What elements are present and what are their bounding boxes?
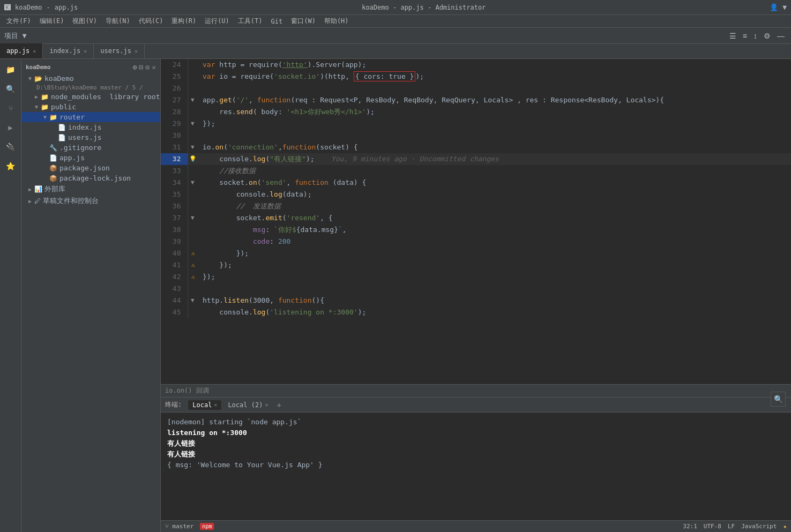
table-row: 30 xyxy=(161,130,791,141)
sidebar-icon-search[interactable]: 🔍 xyxy=(4,83,17,95)
line-28: res.send( body: '<h1>你好web秀</h1>'); xyxy=(198,106,791,118)
terminal-tab-local2-close[interactable]: ✕ xyxy=(265,402,268,408)
tree-label-scratch: 草稿文件和控制台 xyxy=(43,196,99,206)
tree-item-package-lock-json[interactable]: 📦 package-lock.json xyxy=(21,173,160,183)
terminal-line-2: listening on *:3000 xyxy=(167,428,785,438)
title-bar: 🅺 koaDemo - app.js koaDemo - app.js - Ad… xyxy=(0,0,791,15)
line-24: var http = require('http').Server(app); xyxy=(198,59,791,71)
tab-usersjs-close[interactable]: ✕ xyxy=(135,48,138,54)
line-34: socket.on('send', function (data) { xyxy=(198,177,791,189)
table-row: 45 console.log('listening on *:3000'); xyxy=(161,306,791,318)
gutter-39 xyxy=(188,236,198,248)
tree-label-gitignore: .gitignore xyxy=(59,144,101,152)
menu-window[interactable]: 窗口(W) xyxy=(287,16,320,27)
tab-indexjs-close[interactable]: ✕ xyxy=(84,48,87,54)
tree-item-router[interactable]: ▼ 📁 router xyxy=(21,112,160,122)
toolbar-settings-btn[interactable]: ⚙ xyxy=(762,31,773,41)
toolbar-minimize-btn[interactable]: — xyxy=(775,31,787,41)
window-title: koaDemo - app.js - Administrator xyxy=(362,4,486,11)
tab-bar: app.js ✕ index.js ✕ users.js ✕ xyxy=(0,44,791,59)
tree-item-scratch[interactable]: ▶ 🖊 草稿文件和控制台 xyxy=(21,195,160,207)
project-label[interactable]: 项目 ▼ xyxy=(4,31,27,41)
tree-icon-4[interactable]: ✕ xyxy=(152,63,156,71)
terminal-line-3: 有人链接 xyxy=(167,438,785,449)
menu-git[interactable]: Git xyxy=(267,17,287,26)
table-row: 28 res.send( body: '<h1>你好web秀</h1>'); xyxy=(161,106,791,118)
tree-item-users-js[interactable]: 📄 users.js xyxy=(21,132,160,143)
table-row: 27 ▼ app.get('/', function(req : Request… xyxy=(161,94,791,106)
main-area: 📁 🔍 ⑂ ▶ 🔌 ⭐ koaDemo ⊕ ⊟ ⚙ ✕ ▼ 📂 koaDemo … xyxy=(0,59,791,532)
sidebar-icon-plugins[interactable]: 🔌 xyxy=(4,140,17,153)
toolbar-layout-btn[interactable]: ☰ xyxy=(727,31,738,41)
tab-appjs-label: app.js xyxy=(6,47,29,55)
title-separator: - xyxy=(47,4,50,11)
tab-appjs-close[interactable]: ✕ xyxy=(33,48,36,54)
gutter-45 xyxy=(188,306,198,318)
table-row: 26 xyxy=(161,83,791,94)
terminal-tab-local2[interactable]: Local (2) ✕ xyxy=(223,400,272,410)
tree-icon-1[interactable]: ⊕ xyxy=(133,63,137,71)
table-row: 41 ⚠ }); xyxy=(161,259,791,271)
status-encoding[interactable]: UTF-8 xyxy=(704,523,721,530)
tab-indexjs[interactable]: index.js ✕ xyxy=(43,43,94,58)
status-line-ending[interactable]: LF xyxy=(728,523,735,530)
gutter-32: 💡 xyxy=(188,153,198,165)
tree-item-package-json[interactable]: 📦 package.json xyxy=(21,163,160,173)
menu-help[interactable]: 帮助(H) xyxy=(320,16,353,27)
status-line-col[interactable]: 32:1 xyxy=(683,523,697,530)
status-right: 32:1 UTF-8 LF JavaScript ★ xyxy=(683,523,787,530)
tree-label-app-js: app.js xyxy=(59,154,85,162)
tree-item-app-js[interactable]: 📄 app.js xyxy=(21,153,160,163)
line-num-44: 44 xyxy=(161,295,188,306)
menu-refactor[interactable]: 重构(R) xyxy=(167,16,200,27)
tree-icon-2[interactable]: ⊟ xyxy=(139,63,144,71)
toolbar-right: ☰ ≡ ↕ ⚙ — xyxy=(727,31,787,41)
tab-usersjs[interactable]: users.js ✕ xyxy=(94,43,145,58)
terminal-tab-local-close[interactable]: ✕ xyxy=(214,402,217,408)
tree-item-koademo[interactable]: ▼ 📂 koaDemo xyxy=(21,73,160,84)
terminal-tab-local[interactable]: Local ✕ xyxy=(188,400,221,410)
status-file-type[interactable]: JavaScript xyxy=(741,523,777,530)
line-num-32: 32 xyxy=(161,153,188,165)
menu-file[interactable]: 文件(F) xyxy=(2,16,35,27)
editor-area: 24 var http = require('http').Server(app… xyxy=(161,59,791,532)
title-bar-right: 👤 ▼ xyxy=(770,3,787,11)
line-41: }); xyxy=(198,259,791,271)
line-num-39: 39 xyxy=(161,236,188,248)
menu-edit[interactable]: 编辑(E) xyxy=(35,16,69,27)
tree-item-index-js[interactable]: 📄 index.js xyxy=(21,122,160,132)
gutter-37: ▼ xyxy=(188,212,198,224)
sidebar-icon-star[interactable]: ⭐ xyxy=(4,160,17,173)
gutter-36 xyxy=(188,200,198,212)
line-35: console.log(data); xyxy=(198,189,791,200)
sidebar-icon-files[interactable]: 📁 xyxy=(4,63,17,76)
code-container[interactable]: 24 var http = require('http').Server(app… xyxy=(161,59,791,384)
sidebar-icon-git[interactable]: ⑂ xyxy=(4,102,17,115)
menu-nav[interactable]: 导航(N) xyxy=(101,16,135,27)
tree-item-node-modules[interactable]: ▶ 📁 node_modules library root xyxy=(21,92,160,102)
gutter-26 xyxy=(188,83,198,94)
tree-label-router: router xyxy=(59,113,85,121)
tab-appjs[interactable]: app.js ✕ xyxy=(0,43,43,58)
terminal-search-btn[interactable]: 🔍 xyxy=(771,392,786,407)
menu-view[interactable]: 视图(V) xyxy=(68,16,101,27)
sidebar-icon-run[interactable]: ▶ xyxy=(4,121,17,134)
table-row: 34 ▼ socket.on('send', function (data) { xyxy=(161,177,791,189)
line-36: // 发送数据 xyxy=(198,200,791,212)
tree-icon-3[interactable]: ⚙ xyxy=(145,63,150,71)
terminal-add-btn[interactable]: + xyxy=(274,400,283,410)
toolbar-list-btn[interactable]: ≡ xyxy=(741,31,749,41)
tree-item-external-libs[interactable]: ▶ 📊 外部库 xyxy=(21,183,160,195)
line-num-24: 24 xyxy=(161,59,188,71)
status-git-branch[interactable]: ⑂ master xyxy=(165,523,193,530)
menu-run[interactable]: 运行(U) xyxy=(200,16,234,27)
line-num-25: 25 xyxy=(161,71,188,83)
menu-bar: 文件(F) 编辑(E) 视图(V) 导航(N) 代码(C) 重构(R) 运行(U… xyxy=(0,15,791,28)
menu-tools[interactable]: 工具(T) xyxy=(234,16,267,27)
toolbar-sort-btn[interactable]: ↕ xyxy=(751,31,759,41)
line-40: }); xyxy=(198,248,791,259)
line-num-37: 37 xyxy=(161,212,188,224)
menu-code[interactable]: 代码(C) xyxy=(135,16,168,27)
tree-item-gitignore[interactable]: 🔧 .gitignore xyxy=(21,143,160,153)
tree-item-public[interactable]: ▼ 📁 public xyxy=(21,102,160,112)
